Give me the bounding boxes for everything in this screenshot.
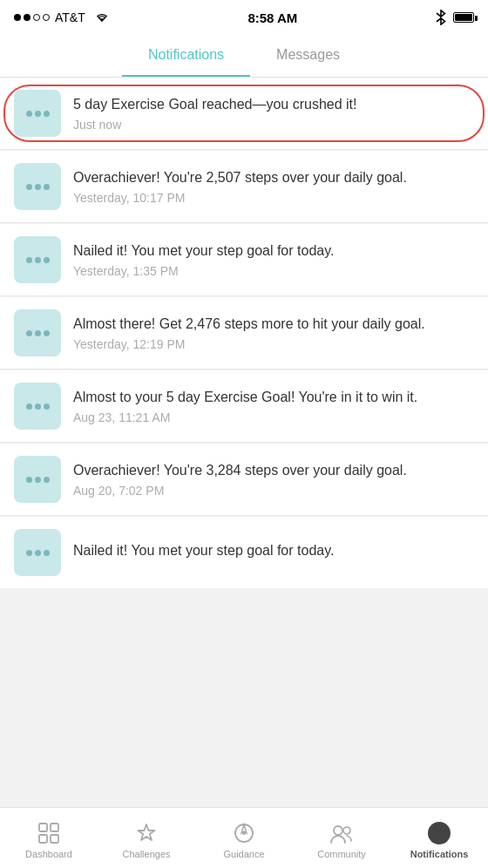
notification-icon <box>14 236 61 283</box>
bottom-nav: Dashboard Challenges Guidance <box>0 807 488 868</box>
notification-time: Just now <box>73 118 474 132</box>
svg-rect-0 <box>39 824 47 831</box>
notification-time: Aug 23, 11:21 AM <box>73 410 474 424</box>
notification-item-4[interactable]: Almost there! Get 2,476 steps more to hi… <box>0 297 488 370</box>
notification-item-7[interactable]: Nailed it! You met your step goal for to… <box>0 517 488 588</box>
status-left: AT&T <box>14 10 110 24</box>
notification-icon <box>14 529 61 576</box>
signal-dot <box>24 14 30 21</box>
notifications-list: 5 day Exercise Goal reached—you crushed … <box>0 78 488 799</box>
notification-item-6[interactable]: Overachiever! You're 3,284 steps over yo… <box>0 444 488 516</box>
tab-messages[interactable]: Messages <box>250 42 366 68</box>
nav-item-guidance[interactable]: Guidance <box>195 814 293 863</box>
nav-item-notifications[interactable]: Notifications <box>390 814 488 863</box>
notification-icon <box>14 90 61 137</box>
nav-item-challenges[interactable]: Challenges <box>98 814 195 863</box>
svg-point-5 <box>242 831 246 835</box>
notification-content: Overachiever! You're 3,284 steps over yo… <box>73 461 474 498</box>
notification-icon <box>14 309 61 356</box>
top-tabs: Notifications Messages <box>0 35 488 78</box>
notification-time: Aug 20, 7:02 PM <box>73 484 474 498</box>
nav-label-guidance: Guidance <box>223 849 264 859</box>
svg-point-10 <box>437 831 441 835</box>
dashboard-icon <box>37 821 61 845</box>
guidance-icon <box>232 821 256 845</box>
notification-icon <box>14 163 61 210</box>
status-bar: AT&T 8:58 AM <box>0 0 488 35</box>
notification-item-3[interactable]: Nailed it! You met your step goal for to… <box>0 224 488 296</box>
notification-item-5[interactable]: Almost to your 5 day Exercise Goal! You'… <box>0 370 488 443</box>
nav-label-notifications: Notifications <box>410 849 469 859</box>
signal-dot <box>43 14 50 21</box>
nav-item-community[interactable]: Community <box>293 814 390 863</box>
svg-point-6 <box>334 826 342 835</box>
nav-label-dashboard: Dashboard <box>25 849 72 859</box>
notification-title: Almost there! Get 2,476 steps more to hi… <box>73 315 474 334</box>
svg-rect-1 <box>51 824 58 831</box>
notification-content: Almost there! Get 2,476 steps more to hi… <box>73 315 474 351</box>
notification-icon <box>14 383 61 430</box>
notification-content: Nailed it! You met your step goal for to… <box>73 241 474 278</box>
notification-title: Overachiever! You're 3,284 steps over yo… <box>73 461 474 480</box>
notification-content: Nailed it! You met your step goal for to… <box>73 541 474 564</box>
notification-time: Yesterday, 10:17 PM <box>73 191 474 205</box>
notification-time: Yesterday, 12:19 PM <box>73 337 474 351</box>
challenges-icon <box>134 821 159 845</box>
status-right <box>436 10 474 25</box>
notification-item-2[interactable]: Overachiever! You're 2,507 steps over yo… <box>0 151 488 223</box>
tab-notifications[interactable]: Notifications <box>122 42 250 68</box>
notification-item-1[interactable]: 5 day Exercise Goal reached—you crushed … <box>0 78 488 150</box>
notification-title: Nailed it! You met your step goal for to… <box>73 541 474 560</box>
signal-dot <box>14 14 21 21</box>
nav-label-challenges: Challenges <box>122 849 170 859</box>
notification-content: Overachiever! You're 2,507 steps over yo… <box>73 168 474 205</box>
signal-dots <box>14 14 50 21</box>
svg-point-7 <box>343 827 350 834</box>
notification-time: Yesterday, 1:35 PM <box>73 264 474 278</box>
status-time: 8:58 AM <box>247 10 297 25</box>
notification-content: 5 day Exercise Goal reached—you crushed … <box>73 95 474 132</box>
svg-rect-2 <box>39 835 47 843</box>
community-icon <box>329 821 354 845</box>
notifications-nav-icon <box>427 821 451 845</box>
notification-title: Nailed it! You met your step goal for to… <box>73 241 474 261</box>
notification-title: 5 day Exercise Goal reached—you crushed … <box>73 95 474 114</box>
battery-icon <box>453 12 474 23</box>
carrier-label: AT&T <box>55 10 85 24</box>
bluetooth-icon <box>436 10 446 25</box>
wifi-icon <box>94 11 110 24</box>
notification-content: Almost to your 5 day Exercise Goal! You'… <box>73 388 474 424</box>
svg-rect-3 <box>51 835 58 843</box>
nav-item-dashboard[interactable]: Dashboard <box>0 814 98 863</box>
svg-point-11 <box>442 831 445 835</box>
notification-title: Almost to your 5 day Exercise Goal! You'… <box>73 388 474 407</box>
signal-dot <box>33 14 40 21</box>
notification-icon <box>14 456 61 503</box>
notification-title: Overachiever! You're 2,507 steps over yo… <box>73 168 474 187</box>
nav-label-community: Community <box>317 849 366 859</box>
svg-point-9 <box>433 831 437 835</box>
